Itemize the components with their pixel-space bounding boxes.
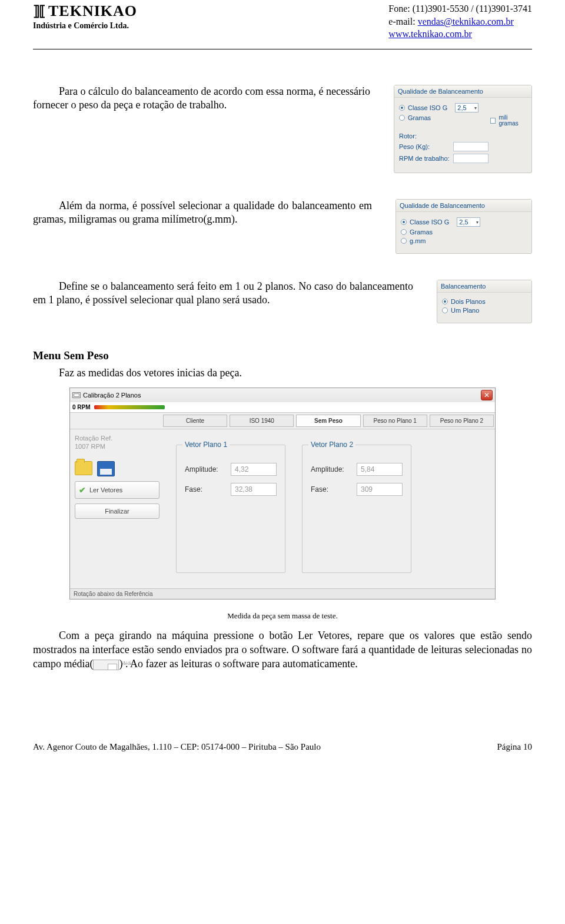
radio-classe-iso[interactable] (399, 105, 405, 111)
panel-qualidade-1: Qualidade de Balanceamento Classe ISO G … (394, 85, 532, 173)
panel-title-2: Qualidade de Balanceamento (396, 200, 531, 212)
section-1-text: Para o cálculo do balanceamento de acord… (33, 85, 370, 112)
rotacao-ref-label: Rotação Ref. (75, 434, 159, 442)
section-3: Define se o balanceamento será feito em … (33, 280, 532, 323)
v1-amp-input[interactable]: 4,32 (231, 463, 277, 476)
radio-dois-planos-label: Dois Planos (451, 298, 486, 305)
radio-gramas-2[interactable] (401, 229, 407, 235)
ler-vetores-button[interactable]: ✔Ler Vetores (75, 481, 159, 499)
vetor-plano-2-group: Vetor Plano 2 Amplitude:5,84 Fase:309 (302, 445, 411, 573)
site-link[interactable]: www.teknikao.com.br (388, 29, 472, 39)
company-subtitle: Indústria e Comércio Ltda. (33, 21, 137, 31)
footer: Av. Agenor Couto de Magalhães, 1.110 – C… (33, 742, 532, 752)
v2-amp-input[interactable]: 5,84 (357, 463, 403, 476)
checkbox-miligramas-label: mili gramas (498, 115, 527, 127)
figure-caption: Medida da peça sem massa de teste. (33, 611, 532, 621)
rpm-bar-icon (94, 405, 165, 409)
menu-heading: Menu Sem Peso (33, 349, 532, 362)
menu-line: Faz as medidas dos vetores inicias da pe… (33, 367, 532, 379)
company-name: TEKNIKAO (48, 2, 137, 20)
radio-dois-planos[interactable] (442, 299, 448, 304)
radio-classe-iso-label: Classe ISO G (408, 104, 447, 111)
save-floppy-icon[interactable] (97, 461, 115, 476)
app-icon (72, 392, 81, 398)
checkbox-miligramas[interactable] (490, 118, 496, 124)
media-field-icon (93, 660, 119, 670)
header: ⟧⟦ TEKNIKAO Indústria e Comércio Ltda. F… (33, 0, 532, 41)
body-para-b: ) . Ao fazer as leituras o software para… (119, 658, 357, 670)
finalizar-button[interactable]: Finalizar (75, 504, 159, 519)
statusbar: Rotação abaixo da Referência (70, 588, 495, 599)
app-sidebar: Rotação Ref. 1007 RPM ✔Ler Vetores Final… (70, 429, 164, 588)
tabstrip: Cliente ISO 1940 Sem Peso Peso no Plano … (70, 412, 495, 429)
select-iso-value-2[interactable]: 2,5▾ (457, 217, 480, 227)
radio-gramas-2-label: Gramas (410, 228, 433, 236)
v1-fase-label: Fase: (185, 485, 225, 494)
tab-iso1940[interactable]: ISO 1940 (230, 415, 294, 427)
open-folder-icon[interactable] (75, 461, 92, 475)
rpm-value: 0 RPM (72, 404, 91, 410)
radio-classe-iso-2[interactable] (401, 219, 407, 225)
close-button[interactable]: ✕ (481, 390, 493, 400)
radio-gramas-label: Gramas (408, 114, 431, 121)
vetor-plano-1-group: Vetor Plano 1 Amplitude:4,32 Fase:32,38 (176, 445, 285, 573)
app-window: Calibração 2 Planos ✕ 0 RPM Cliente ISO … (69, 388, 496, 600)
header-separator (33, 49, 532, 49)
peso-input[interactable] (453, 142, 488, 151)
tab-sem-peso[interactable]: Sem Peso (296, 415, 360, 427)
panel-title: Qualidade de Balanceamento (394, 85, 531, 98)
section-3-text: Define se o balanceamento será feito em … (33, 280, 413, 307)
phone-line: Fone: (11)3901-5530 / (11)3901-3741 (388, 2, 532, 15)
panel-balanceamento: Balanceamento Dois Planos Um Plano (437, 280, 532, 323)
vetor-1-legend: Vetor Plano 1 (182, 441, 230, 449)
footer-address: Av. Agenor Couto de Magalhães, 1.110 – C… (33, 742, 321, 752)
tab-peso-plano-1[interactable]: Peso no Plano 1 (363, 415, 427, 427)
app-body: Rotação Ref. 1007 RPM ✔Ler Vetores Final… (70, 429, 495, 588)
radio-um-plano-label: Um Plano (451, 307, 479, 314)
rpm-label: RPM de trabalho: (399, 155, 450, 162)
app-titlebar: Calibração 2 Planos ✕ (70, 388, 495, 402)
vetor-2-legend: Vetor Plano 2 (308, 441, 355, 449)
select-iso-value[interactable]: 2,5▾ (455, 103, 478, 112)
radio-um-plano[interactable] (442, 307, 448, 313)
v2-amp-label: Amplitude: (311, 465, 351, 473)
radio-classe-iso-2-label: Classe ISO G (410, 218, 449, 226)
contact-block: Fone: (11)3901-5530 / (11)3901-3741 e-ma… (388, 2, 532, 41)
logo-icon: ⟧⟦ (33, 3, 45, 19)
tab-cliente[interactable]: Cliente (163, 415, 227, 427)
rotor-label: Rotor: (399, 133, 527, 140)
app-title: Calibração 2 Planos (83, 392, 141, 399)
section-1: Para o cálculo do balanceamento de acord… (33, 85, 532, 173)
v1-amp-label: Amplitude: (185, 465, 225, 473)
email-label: e-mail: (388, 16, 417, 27)
section-2-text: Além da norma, é possível selecionar a q… (33, 199, 372, 227)
radio-gmm-label: g.mm (410, 237, 426, 244)
page-number: Página 10 (497, 742, 532, 752)
radio-gramas[interactable] (399, 115, 405, 121)
email-link[interactable]: vendas@teknikao.com.br (418, 16, 514, 27)
rotacao-ref-value: 1007 RPM (75, 442, 159, 451)
rpm-strip: 0 RPM (70, 402, 495, 412)
v2-fase-label: Fase: (311, 485, 351, 494)
v1-fase-input[interactable]: 32,38 (231, 483, 277, 496)
rpm-input[interactable] (453, 154, 488, 163)
check-icon: ✔ (79, 485, 86, 495)
radio-gmm[interactable] (401, 238, 407, 244)
panel-qualidade-2: Qualidade de Balanceamento Classe ISO G … (396, 199, 532, 254)
v2-fase-input[interactable]: 309 (357, 483, 403, 496)
section-2: Além da norma, é possível selecionar a q… (33, 199, 532, 254)
body-paragraph: Com a peça girando na máquina pressione … (33, 629, 532, 671)
panel-title-3: Balanceamento (437, 280, 531, 293)
tab-peso-plano-2[interactable]: Peso no Plano 2 (430, 415, 494, 427)
logo-block: ⟧⟦ TEKNIKAO Indústria e Comércio Ltda. (33, 2, 137, 31)
peso-label: Peso (Kg): (399, 143, 450, 150)
app-main: Vetor Plano 1 Amplitude:4,32 Fase:32,38 … (164, 429, 495, 588)
